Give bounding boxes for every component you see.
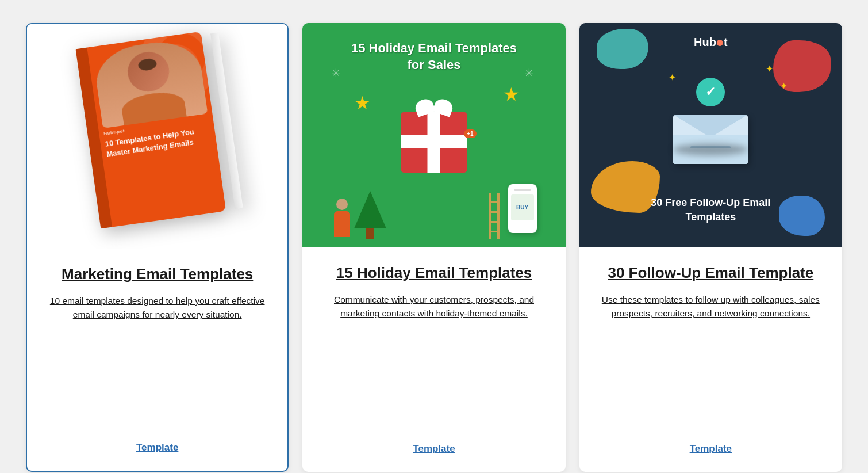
- star-icon-2: ★: [503, 83, 520, 105]
- envelope-shadow: [673, 144, 748, 155]
- hubspot-logo: Hubt: [694, 36, 728, 49]
- card-holiday-email: 15 Holiday Email Templatesfor Sales ✳ ✳ …: [302, 23, 565, 472]
- blue-blob: [779, 196, 825, 236]
- teal-blob: [597, 29, 648, 69]
- snowflake-icon: ✳: [331, 66, 341, 80]
- gift-box: [401, 112, 467, 173]
- card-2-body: 15 Holiday Email Templates Communicate w…: [302, 247, 565, 455]
- card-1-description: 10 email templates designed to help you …: [48, 294, 267, 323]
- card-2-title: 15 Holiday Email Templates: [336, 264, 532, 283]
- holiday-banner: 15 Holiday Email Templatesfor Sales ✳ ✳ …: [302, 23, 565, 247]
- card-3-body: 30 Follow-Up Email Template Use these te…: [579, 247, 842, 455]
- card-1-template-link[interactable]: Template: [136, 442, 178, 453]
- tree-icon: [354, 191, 386, 239]
- ladder-icon: [489, 193, 500, 239]
- card-2-template-link[interactable]: Template: [413, 443, 455, 455]
- star-icon-1: ★: [354, 92, 371, 114]
- card-3-title: 30 Follow-Up Email Template: [608, 264, 813, 283]
- cards-container: HubSpot 10 Templates to Help You Master …: [14, 12, 854, 473]
- book-container: HubSpot 10 Templates to Help You Master …: [27, 24, 287, 249]
- card-followup-email: Hubt ✦ ✦ ✦ ✓: [579, 23, 842, 472]
- check-circle-icon: ✓: [696, 78, 725, 106]
- card-3-image: Hubt ✦ ✦ ✦ ✓: [579, 23, 842, 247]
- card-2-description: Communicate with your customers, prospec…: [323, 293, 544, 322]
- holiday-image-title: 15 Holiday Email Templatesfor Sales: [342, 40, 526, 73]
- card-1-image: HubSpot 10 Templates to Help You Master …: [27, 24, 287, 249]
- card-3-description: Use these templates to follow up with co…: [600, 293, 821, 322]
- figure-icon: [334, 199, 350, 237]
- phone-icon: BUY: [508, 184, 537, 233]
- badge-icon: +1: [464, 129, 476, 138]
- card-marketing-email: HubSpot 10 Templates to Help You Master …: [26, 23, 289, 472]
- followup-banner: Hubt ✦ ✦ ✦ ✓: [579, 23, 842, 247]
- sparkle-icon-2: ✦: [766, 63, 773, 74]
- snowflake-icon-2: ✳: [524, 66, 534, 80]
- sparkle-icon-1: ✦: [669, 72, 676, 83]
- sparkle-icon-3: ✦: [780, 81, 788, 91]
- card-2-image: 15 Holiday Email Templatesfor Sales ✳ ✳ …: [302, 23, 565, 247]
- followup-image-label: 30 Free Follow-Up Email Templates: [636, 196, 785, 224]
- envelope-icon: [673, 115, 748, 167]
- card-1-title: Marketing Email Templates: [62, 265, 253, 284]
- card-3-template-link[interactable]: Template: [690, 443, 732, 455]
- card-1-body: Marketing Email Templates 10 email templ…: [27, 249, 287, 453]
